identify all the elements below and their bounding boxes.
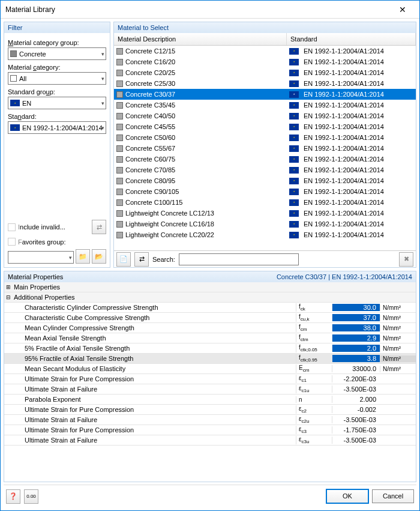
material-std: EN 1992-1-1:2004/A1:2014 (304, 112, 384, 119)
material-row[interactable]: Concrete C30/37⋆EN 1992-1-1:2004/A1:2014 (114, 89, 416, 100)
material-icon (116, 135, 123, 141)
prop-value[interactable]: -3.500E-03 (332, 386, 380, 393)
favorites-combo[interactable]: ▾ (8, 251, 74, 264)
cat-combo[interactable]: All▾ (8, 72, 106, 85)
property-row[interactable]: Ultimate Strain for Pure Compressionεc1-… (4, 374, 416, 384)
prop-value[interactable]: 2.000 (332, 396, 380, 403)
material-icon (116, 167, 123, 174)
add-props-row[interactable]: ⊟Additional Properties (4, 292, 416, 303)
prop-value[interactable]: -1.750E-03 (332, 426, 380, 434)
search-input[interactable] (179, 253, 299, 265)
material-icon (116, 210, 123, 217)
material-std: EN 1992-1-1:2004/A1:2014 (304, 123, 384, 130)
ok-button[interactable]: OK (326, 489, 368, 503)
expand-icon[interactable]: ⊞ (4, 284, 13, 290)
prop-value[interactable]: 38.0 (332, 324, 380, 331)
new-folder-button[interactable]: 📁 (76, 249, 90, 264)
filter-header: Filter (4, 22, 110, 33)
material-row[interactable]: Concrete C55/67⋆EN 1992-1-1:2004/A1:2014 (114, 143, 416, 154)
material-row[interactable]: Concrete C50/60⋆EN 1992-1-1:2004/A1:2014 (114, 132, 416, 143)
filter-panel: Filter Material category group: Concrete… (4, 22, 110, 268)
property-row[interactable]: Mean Secant Modulus of ElasticityEcm3300… (4, 364, 416, 374)
main-props-row[interactable]: ⊞Main Properties (4, 282, 416, 292)
material-row[interactable]: Concrete C70/85⋆EN 1992-1-1:2004/A1:2014 (114, 165, 416, 175)
material-icon (116, 113, 123, 119)
material-row[interactable]: Concrete C100/115⋆EN 1992-1-1:2004/A1:20… (114, 197, 416, 208)
eu-flag-icon: ⋆ (289, 221, 299, 228)
material-row[interactable]: Concrete C35/45⋆EN 1992-1-1:2004/A1:2014 (114, 100, 416, 110)
search-label: Search: (152, 256, 175, 263)
material-icon (116, 178, 123, 184)
property-grid[interactable]: ⊞Main Properties ⊟Additional Properties … (4, 282, 416, 482)
property-row[interactable]: Ultimate Strain for Pure Compressionεc3-… (4, 425, 416, 435)
col-description[interactable]: Material Description (114, 33, 287, 45)
material-list[interactable]: Concrete C12/15⋆EN 1992-1-1:2004/A1:2014… (114, 46, 416, 250)
chevron-down-icon: ▾ (101, 125, 104, 131)
property-row[interactable]: Characteristic Cube Compressive Strength… (4, 313, 416, 323)
prop-value[interactable]: 30.0 (332, 304, 380, 311)
property-row[interactable]: Ultimate Strain at Failureεc2u-3.500E-03 (4, 415, 416, 425)
cat-group-combo[interactable]: Concrete▾ (8, 47, 106, 60)
delete-button[interactable]: ✖ (399, 252, 413, 267)
prop-value[interactable]: 37.0 (332, 314, 380, 321)
filter-reset-button[interactable]: ⇄ (92, 220, 106, 234)
material-desc: Concrete C20/25 (125, 69, 175, 76)
property-row[interactable]: Ultimate Strain at Failureεc3u-3.500E-03 (4, 435, 416, 446)
eu-flag-icon: ⋆ (289, 135, 299, 141)
help-button[interactable]: ❓ (6, 489, 20, 504)
property-row[interactable]: Mean Axial Tensile Strengthfctm2.9N/mm² (4, 333, 416, 343)
prop-name: Ultimate Strain at Failure (13, 386, 296, 393)
prop-value[interactable]: -2.200E-03 (332, 375, 380, 382)
material-row[interactable]: Concrete C80/95⋆EN 1992-1-1:2004/A1:2014 (114, 175, 416, 186)
material-row[interactable]: Lightweight Concrete LC12/13⋆EN 1992-1-1… (114, 208, 416, 219)
prop-value[interactable]: 2.9 (332, 334, 380, 342)
prop-name: Parabola Exponent (13, 396, 296, 403)
material-row[interactable]: Lightweight Concrete LC20/22⋆EN 1992-1-1… (114, 229, 416, 240)
material-row[interactable]: Concrete C90/105⋆EN 1992-1-1:2004/A1:201… (114, 186, 416, 197)
property-row[interactable]: Characteristic Cylinder Compressive Stre… (4, 303, 416, 313)
copy-material-button[interactable]: ⇄ (134, 252, 149, 267)
prop-value[interactable]: -0.002 (332, 406, 380, 413)
property-row[interactable]: 5% Fractile of Axial Tensile Strengthfct… (4, 343, 416, 354)
property-row[interactable]: Ultimate Strain at Failureεc1u-3.500E-03 (4, 384, 416, 395)
material-row[interactable]: Concrete C40/50⋆EN 1992-1-1:2004/A1:2014 (114, 110, 416, 121)
prop-name: Mean Cylinder Compressive Strength (13, 324, 296, 331)
material-row[interactable]: Concrete C16/20⋆EN 1992-1-1:2004/A1:2014 (114, 56, 416, 67)
material-row[interactable]: Concrete C60/75⋆EN 1992-1-1:2004/A1:2014 (114, 154, 416, 165)
property-row[interactable]: Mean Cylinder Compressive Strengthfcm38.… (4, 323, 416, 333)
material-std: EN 1992-1-1:2004/A1:2014 (304, 166, 384, 174)
favorites-checkbox[interactable] (8, 238, 16, 246)
prop-symbol: fctk;0.05 (296, 344, 332, 352)
prop-value[interactable]: 33000.0 (332, 365, 380, 372)
prop-name: 5% Fractile of Axial Tensile Strength (13, 345, 296, 352)
new-material-button[interactable]: 📄 (116, 252, 131, 267)
material-row[interactable]: Concrete C25/30⋆EN 1992-1-1:2004/A1:2014 (114, 78, 416, 89)
std-combo[interactable]: ⋆EN 1992-1-1:2004/A1:2014▾ (8, 121, 106, 134)
col-standard[interactable]: Standard (287, 33, 416, 45)
material-desc: Concrete C80/95 (125, 177, 175, 184)
collapse-icon[interactable]: ⊟ (4, 294, 13, 300)
prop-unit: N/mm² (380, 355, 416, 362)
include-invalid-checkbox[interactable] (8, 223, 16, 231)
prop-symbol: εc1u (296, 385, 332, 393)
prop-unit: N/mm² (380, 325, 416, 331)
material-row[interactable]: Lightweight Concrete LC16/18⋆EN 1992-1-1… (114, 219, 416, 229)
material-row[interactable]: Concrete C12/15⋆EN 1992-1-1:2004/A1:2014 (114, 46, 416, 56)
open-folder-button[interactable]: 📂 (92, 249, 106, 264)
property-row[interactable]: Parabola Exponentn2.000 (4, 395, 416, 405)
prop-value[interactable]: -3.500E-03 (332, 437, 380, 444)
material-row[interactable]: Concrete C20/25⋆EN 1992-1-1:2004/A1:2014 (114, 67, 416, 78)
material-desc: Concrete C60/75 (125, 156, 175, 163)
eu-flag-icon: ⋆ (10, 100, 20, 106)
material-row[interactable]: Concrete C45/55⋆EN 1992-1-1:2004/A1:2014 (114, 121, 416, 132)
prop-value[interactable]: 3.8 (332, 355, 380, 362)
close-icon[interactable]: ✕ (391, 5, 415, 14)
std-group-combo[interactable]: ⋆EN▾ (8, 97, 106, 109)
property-row[interactable]: Ultimate Strain for Pure Compressionεc2-… (4, 405, 416, 415)
prop-value[interactable]: 2.0 (332, 345, 380, 352)
prop-value[interactable]: -3.500E-03 (332, 416, 380, 423)
units-button[interactable]: 0.00 (24, 489, 38, 504)
prop-unit: N/mm² (380, 315, 416, 321)
property-row[interactable]: 95% Fractile of Axial Tensile Strengthfc… (4, 354, 416, 364)
cancel-button[interactable]: Cancel (372, 489, 414, 503)
